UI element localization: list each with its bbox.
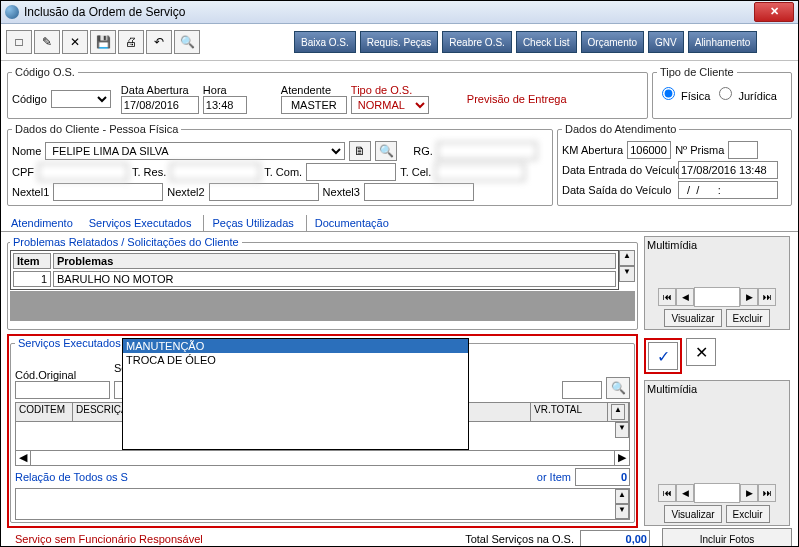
- saida-label: Data Saída do Veículo: [562, 184, 674, 196]
- servico-extra-input[interactable]: [562, 381, 602, 399]
- find-button[interactable]: 🔍: [174, 30, 200, 54]
- dados-atendimento-fieldset: Dados do Atendimento KM Abertura Nº Pris…: [557, 123, 792, 206]
- nav-prev[interactable]: ◀: [676, 288, 694, 306]
- nav2-prev[interactable]: ◀: [676, 484, 694, 502]
- data-abertura-label: Data Abertura: [121, 84, 199, 96]
- km-input[interactable]: [627, 141, 671, 159]
- cpf-label: CPF: [12, 166, 34, 178]
- print-button[interactable]: 🖨: [118, 30, 144, 54]
- km-label: KM Abertura: [562, 144, 623, 156]
- nome-select[interactable]: FELIPE LIMA DA SILVA: [45, 142, 345, 160]
- cancel-button[interactable]: ✕: [686, 338, 716, 366]
- table-row[interactable]: 1 BARULHO NO MOTOR: [13, 271, 616, 287]
- incluir-fotos-button[interactable]: Incluir Fotos: [662, 528, 792, 547]
- hora-input[interactable]: [203, 96, 247, 114]
- entrada-input[interactable]: [678, 161, 778, 179]
- nextel1-label: Nextel1: [12, 186, 49, 198]
- scroll-up[interactable]: ▲: [619, 250, 635, 266]
- nav-input[interactable]: [694, 287, 740, 307]
- servico-search-button[interactable]: 🔍: [606, 377, 630, 399]
- nextel2-label: Nextel2: [167, 186, 204, 198]
- binoc-icon: 🔍: [379, 144, 394, 158]
- edit-button[interactable]: ✎: [34, 30, 60, 54]
- previsao-entrega-link[interactable]: Previsão de Entrega: [467, 93, 567, 105]
- problemas-legend: Problemas Relatados / Solicitações do Cl…: [10, 236, 242, 248]
- prisma-input[interactable]: [728, 141, 758, 159]
- alinhamento-button[interactable]: Alinhamento: [688, 31, 758, 53]
- atendente-input[interactable]: [281, 96, 347, 114]
- relacao-label: Relação de Todos os S: [15, 471, 128, 483]
- requis-pecas-button[interactable]: Requis. Peças: [360, 31, 438, 53]
- tcom-label: T. Com.: [264, 166, 302, 178]
- nav-last[interactable]: ⏭: [758, 288, 776, 306]
- cod-original-input[interactable]: [15, 381, 110, 399]
- dropdown-item-manutencao[interactable]: MANUTENÇÃO: [123, 339, 468, 353]
- visualizar-button-1[interactable]: Visualizar: [664, 309, 721, 327]
- rg-input[interactable]: [437, 142, 537, 160]
- nav2-next[interactable]: ▶: [740, 484, 758, 502]
- dropdown-item-troca-oleo[interactable]: TROCA DE ÓLEO: [123, 353, 468, 367]
- gnv-button[interactable]: GNV: [648, 31, 684, 53]
- nextel1-input[interactable]: [53, 183, 163, 201]
- new-button[interactable]: □: [6, 30, 32, 54]
- rel-scroll-up[interactable]: ▲: [615, 489, 629, 504]
- por-item-label: or Item: [537, 471, 571, 483]
- excluir-button-2[interactable]: Excluir: [726, 505, 770, 523]
- nextel2-input[interactable]: [209, 183, 319, 201]
- fisica-radio[interactable]: [662, 87, 675, 100]
- data-abertura-input[interactable]: [121, 96, 199, 114]
- problemas-scroll: ▲ ▼: [619, 250, 635, 290]
- problemas-empty-area: [10, 291, 635, 321]
- grid-scroll-up[interactable]: ▲: [611, 404, 625, 420]
- reabre-os-button[interactable]: Reabre O.S.: [442, 31, 512, 53]
- app-icon: [5, 5, 19, 19]
- save-button[interactable]: 💾: [90, 30, 116, 54]
- nextel3-input[interactable]: [364, 183, 474, 201]
- delete-button[interactable]: ✕: [62, 30, 88, 54]
- juridica-radio[interactable]: [719, 87, 732, 100]
- multimidia-header-2: Multimídia: [647, 383, 787, 395]
- rel-scroll-down[interactable]: ▼: [615, 504, 629, 519]
- nome-doc-button[interactable]: 🗎: [349, 141, 371, 161]
- tcel-input[interactable]: [435, 163, 525, 181]
- nav2-last[interactable]: ⏭: [758, 484, 776, 502]
- undo-button[interactable]: ↶: [146, 30, 172, 54]
- edit-icon: ✎: [42, 35, 52, 49]
- cpf-input[interactable]: [38, 163, 128, 181]
- tab-docs[interactable]: Documentação: [306, 215, 393, 231]
- dados-cliente-fieldset: Dados do Cliente - Pessoa Física Nome FE…: [7, 123, 553, 206]
- tres-input[interactable]: [170, 163, 260, 181]
- tipo-cliente-legend: Tipo de Cliente: [657, 66, 737, 78]
- find-icon: 🔍: [180, 35, 195, 49]
- excluir-button-1[interactable]: Excluir: [726, 309, 770, 327]
- print-icon: 🖨: [125, 35, 137, 49]
- grid-h-left[interactable]: ◀: [16, 451, 31, 465]
- tcel-label: T. Cel.: [400, 166, 431, 178]
- checklist-button[interactable]: Check List: [516, 31, 577, 53]
- nav-first[interactable]: ⏮: [658, 288, 676, 306]
- nome-search-button[interactable]: 🔍: [375, 141, 397, 161]
- tab-pecas[interactable]: Peças Utilizadas: [203, 215, 297, 231]
- confirm-button[interactable]: ✓: [648, 342, 678, 370]
- grid-scroll-down[interactable]: ▼: [615, 422, 629, 438]
- nav-next[interactable]: ▶: [740, 288, 758, 306]
- tcom-input[interactable]: [306, 163, 396, 181]
- atendente-label: Atendente: [281, 84, 347, 96]
- fisica-radio-label[interactable]: Física: [657, 84, 710, 102]
- tab-servicos[interactable]: Serviços Executados: [85, 215, 196, 231]
- codigo-os-fieldset: Código O.S. Código Data Abertura Hora At…: [7, 66, 648, 119]
- scroll-down[interactable]: ▼: [619, 266, 635, 282]
- nav2-input[interactable]: [694, 483, 740, 503]
- orcamento-button[interactable]: Orçamento: [581, 31, 644, 53]
- tipo-os-select[interactable]: NORMAL: [351, 96, 429, 114]
- toolbar: □ ✎ ✕ 💾 🖨 ↶ 🔍 Baixa O.S. Requis. Peças R…: [1, 24, 798, 61]
- codigo-select[interactable]: [51, 90, 111, 108]
- saida-input[interactable]: [678, 181, 778, 199]
- juridica-radio-label[interactable]: Jurídica: [714, 84, 777, 102]
- tab-atendimento[interactable]: Atendimento: [7, 215, 77, 231]
- baixa-os-button[interactable]: Baixa O.S.: [294, 31, 356, 53]
- close-button[interactable]: ✕: [754, 2, 794, 22]
- visualizar-button-2[interactable]: Visualizar: [664, 505, 721, 523]
- grid-h-right[interactable]: ▶: [614, 451, 629, 465]
- nav2-first[interactable]: ⏮: [658, 484, 676, 502]
